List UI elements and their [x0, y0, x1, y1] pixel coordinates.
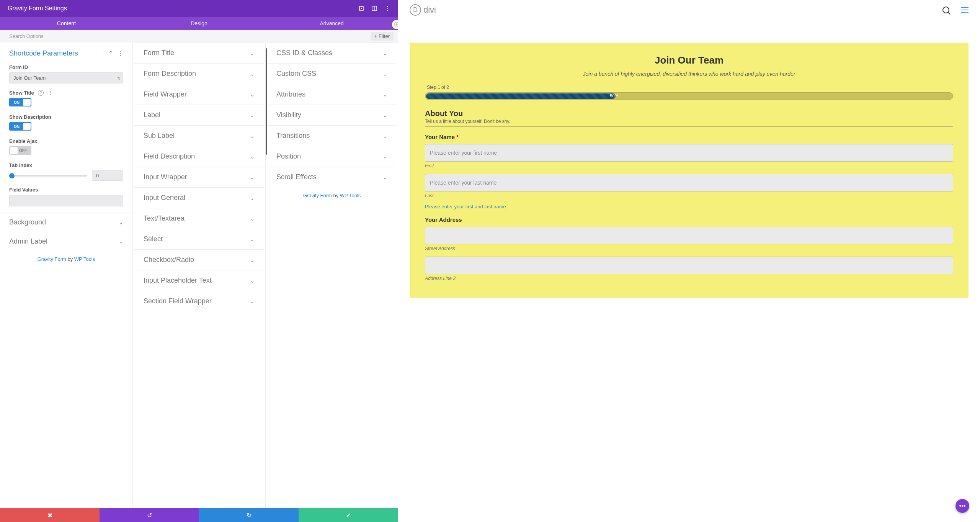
chevron-down-icon: ⌄ — [250, 298, 255, 304]
last-name-input[interactable] — [425, 174, 953, 191]
design-item-input-placeholder-text[interactable]: Input Placeholder Text⌄ — [134, 270, 264, 291]
filter-button[interactable]: +Filter — [371, 32, 394, 41]
advanced-item-attributes[interactable]: Attributes⌄ — [267, 84, 397, 105]
design-item-form-title[interactable]: Form Title⌄ — [134, 43, 264, 63]
line2-sublabel: Address Line 2 — [425, 276, 953, 281]
show-title-toggle[interactable]: ON — [9, 98, 31, 106]
field-values-input[interactable] — [9, 195, 123, 206]
chevron-down-icon: ⌄ — [250, 257, 255, 263]
design-item-form-description[interactable]: Form Description⌄ — [134, 63, 264, 84]
section-title: About You — [425, 109, 953, 118]
address-line2-input[interactable] — [425, 257, 953, 274]
first-sublabel: First — [425, 163, 953, 169]
street-address-input[interactable] — [425, 227, 953, 244]
form-title: Join Our Team — [425, 54, 953, 66]
chevron-down-icon: ⌄ — [250, 236, 255, 242]
cancel-button[interactable]: ✖ — [0, 508, 100, 522]
preview-panel: D divi Join Our Team Join a bunch of hig… — [398, 0, 980, 522]
chevron-down-icon: ⌄ — [383, 71, 387, 77]
name-desc: Please enter your first and last name — [425, 204, 953, 209]
background-section[interactable]: Background ⌄ — [0, 213, 132, 232]
wptools-link[interactable]: WP Tools — [74, 256, 95, 262]
form-id-select[interactable]: Join Our Team — [9, 72, 123, 83]
chevron-down-icon: ⌄ — [383, 133, 387, 139]
search-icon[interactable] — [942, 7, 949, 13]
admin-label-section[interactable]: Admin Label ⌄ — [0, 232, 132, 251]
field-values-label: Field Values — [9, 187, 123, 193]
menu-icon[interactable]: ⋮ — [384, 5, 390, 11]
design-item-section-field-wrapper[interactable]: Section Field Wrapper⌄ — [134, 291, 264, 311]
design-item-input-general[interactable]: Input General⌄ — [134, 187, 264, 208]
design-item-field-wrapper[interactable]: Field Wrapper⌄ — [134, 84, 264, 105]
scroll-indicator[interactable] — [266, 48, 267, 155]
advanced-item-visibility[interactable]: Visibility⌄ — [267, 105, 397, 125]
chevron-down-icon: ⌄ — [383, 154, 387, 160]
expand-icon[interactable] — [358, 5, 364, 11]
gravity-link[interactable]: Gravity Form — [303, 193, 332, 198]
svg-point-1 — [361, 8, 362, 9]
design-item-sub-label[interactable]: Sub Label⌄ — [134, 125, 264, 146]
svg-rect-2 — [372, 6, 377, 11]
enable-ajax-toggle[interactable]: OFF — [9, 146, 31, 155]
last-sublabel: Last — [425, 193, 953, 198]
chevron-down-icon: ⌄ — [250, 50, 255, 56]
step-label: Step 1 of 2 — [425, 85, 953, 90]
shortcode-section-header[interactable]: Shortcode Parameters ⌃ ⋮ — [0, 43, 132, 64]
tab-index-value[interactable]: 0 — [92, 170, 123, 181]
settings-tabs: Content Design Advanced — [0, 17, 398, 30]
enable-ajax-label: Enable Ajax — [9, 138, 123, 144]
design-item-select[interactable]: Select⌄ — [134, 229, 264, 249]
advanced-item-custom-css[interactable]: Custom CSS⌄ — [267, 63, 397, 84]
wptools-link[interactable]: WP Tools — [340, 193, 361, 198]
street-sublabel: Street Address — [425, 246, 953, 251]
fab-button[interactable]: ••• — [956, 499, 969, 513]
advanced-item-transitions[interactable]: Transitions⌄ — [267, 125, 397, 146]
credits: Gravity Form by WP Tools — [266, 187, 398, 204]
show-desc-label: Show Description — [9, 114, 123, 120]
chevron-down-icon: ⌄ — [383, 92, 387, 98]
tab-index-label: Tab Index — [9, 162, 123, 168]
hamburger-icon[interactable] — [961, 7, 969, 13]
help-icon[interactable]: ? — [38, 90, 44, 96]
search-input[interactable] — [9, 33, 371, 39]
first-name-input[interactable] — [425, 144, 953, 162]
chevron-down-icon: ⌄ — [383, 174, 387, 180]
chevron-down-icon: ⌄ — [250, 71, 255, 77]
redo-button[interactable]: ↻ — [199, 508, 299, 522]
content-column: Shortcode Parameters ⌃ ⋮ Form ID Join Ou… — [0, 43, 133, 508]
design-item-label[interactable]: Label⌄ — [134, 105, 264, 125]
chevron-down-icon: ⌄ — [383, 50, 387, 56]
section-menu-icon[interactable]: ⋮ — [117, 50, 123, 57]
advanced-item-scroll-effects[interactable]: Scroll Effects⌄ — [267, 167, 397, 187]
tab-design[interactable]: Design — [133, 17, 266, 30]
chevron-down-icon: ⌄ — [250, 195, 255, 201]
settings-header: Gravity Form Settings ⋮ — [0, 0, 398, 17]
preview-header: D divi — [398, 0, 980, 20]
tab-index-slider[interactable] — [9, 175, 87, 177]
tab-advanced[interactable]: Advanced — [265, 17, 398, 30]
layout-icon[interactable] — [371, 5, 377, 11]
collapse-icon[interactable]: ⌃ — [108, 50, 113, 57]
design-item-input-wrapper[interactable]: Input Wrapper⌄ — [134, 167, 264, 187]
undo-button[interactable]: ↺ — [100, 508, 199, 522]
name-label: Your Name * — [425, 134, 953, 140]
show-title-label: Show Title — [9, 90, 34, 96]
advanced-item-css-id-classes[interactable]: CSS ID & Classes⌄ — [267, 43, 397, 63]
design-item-text-textarea[interactable]: Text/Textarea⌄ — [134, 208, 264, 229]
settings-panel: Gravity Form Settings ⋮ Content Design A… — [0, 0, 398, 522]
section-desc: Tell us a little about yourself. Don't b… — [425, 119, 953, 124]
form-subtitle: Join a bunch of highly energized, divers… — [425, 71, 953, 77]
chevron-down-icon: ⌄ — [250, 174, 255, 180]
advanced-item-position[interactable]: Position⌄ — [267, 146, 397, 167]
show-desc-toggle[interactable]: ON — [9, 122, 31, 131]
design-column: Form Title⌄Form Description⌄Field Wrappe… — [133, 43, 266, 508]
save-button[interactable]: ✔ — [299, 508, 398, 522]
tab-content[interactable]: Content — [0, 17, 133, 30]
form-preview: Join Our Team Join a bunch of highly ene… — [410, 43, 969, 298]
chevron-down-icon: ⌄ — [250, 92, 255, 98]
field-menu-icon[interactable]: ⋮ — [47, 90, 53, 96]
design-item-checkbox-radio[interactable]: Checkbox/Radio⌄ — [134, 249, 264, 270]
gravity-link[interactable]: Gravity Form — [38, 256, 66, 262]
design-item-field-description[interactable]: Field Description⌄ — [134, 146, 264, 167]
chevron-down-icon: ⌄ — [250, 216, 255, 222]
